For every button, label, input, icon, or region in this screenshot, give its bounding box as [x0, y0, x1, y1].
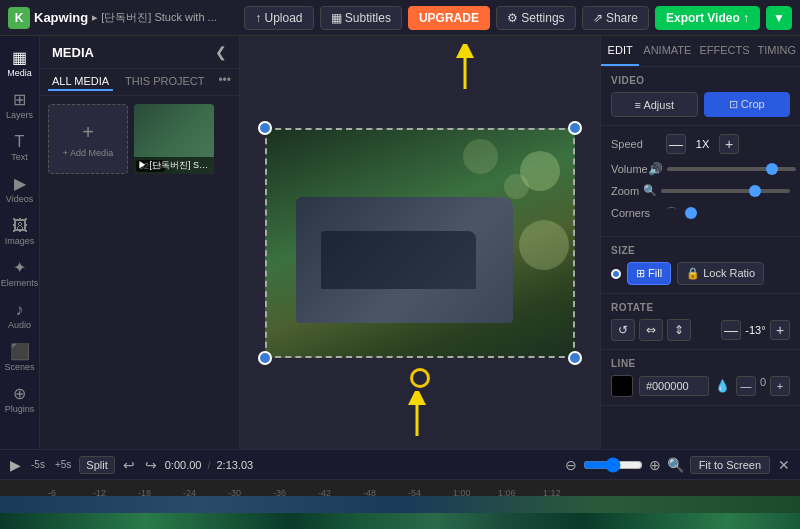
split-button[interactable]: Split: [79, 456, 114, 474]
fwd5-button[interactable]: +5s: [53, 457, 73, 472]
color-swatch[interactable]: [611, 375, 633, 397]
sidebar-label-text: Text: [11, 152, 28, 162]
zoom-control: 🔍: [643, 184, 790, 197]
ruler-mark-5: -30: [228, 488, 241, 496]
flip-h-button[interactable]: ⇔: [639, 319, 663, 341]
size-controls: ⊞ Fill 🔒 Lock Ratio: [611, 262, 790, 285]
sidebar-label-layers: Layers: [6, 110, 33, 120]
zoom-row: Zoom 🔍: [611, 184, 790, 197]
size-dot: [611, 269, 621, 279]
speed-decrease-button[interactable]: —: [666, 134, 686, 154]
rotate-increase-button[interactable]: +: [770, 320, 790, 340]
sidebar-item-elements[interactable]: ✦ Elements: [0, 254, 39, 294]
timeline-search-button[interactable]: 🔍: [667, 457, 684, 473]
fill-button[interactable]: ⊞ Fill: [627, 262, 671, 285]
sidebar-item-plugins[interactable]: ⊕ Plugins: [0, 380, 39, 420]
timeline: ▶ -5s +5s Split ↩ ↪ 0:00.00 / 2:13.03 ⊖ …: [0, 449, 800, 529]
export-button[interactable]: Export Video ↑: [655, 6, 760, 30]
timeline-zoom-out-button[interactable]: ⊖: [565, 457, 577, 473]
sidebar-label-audio: Audio: [8, 320, 31, 330]
timeline-close-button[interactable]: ✕: [776, 455, 792, 475]
opacity-decrease-button[interactable]: —: [736, 376, 756, 396]
zoom-slider[interactable]: [661, 189, 790, 193]
sidebar-item-layers[interactable]: ⊞ Layers: [0, 86, 39, 126]
flip-v-button[interactable]: ⇕: [667, 319, 691, 341]
tab-all-media[interactable]: ALL MEDIA: [48, 73, 113, 91]
timeline-zoom-in-button[interactable]: ⊕: [649, 457, 661, 473]
sidebar-item-scenes[interactable]: ⬛ Scenes: [0, 338, 39, 378]
media-more-button[interactable]: •••: [218, 73, 231, 91]
sidebar: ▦ Media ⊞ Layers T Text ▶ Videos 🖼 Image…: [0, 36, 40, 449]
tab-edit[interactable]: EDIT: [601, 36, 639, 66]
tab-this-project[interactable]: THIS PROJECT: [121, 73, 208, 91]
subtitles-button[interactable]: ▦ Subtitles: [320, 6, 402, 30]
volume-slider[interactable]: [667, 167, 796, 171]
speed-increase-button[interactable]: +: [719, 134, 739, 154]
handle-top-left[interactable]: [258, 121, 272, 135]
adjust-button[interactable]: ≡ Adjust: [611, 92, 698, 117]
corners-control: ⌒: [666, 205, 790, 220]
sidebar-item-media[interactable]: ▦ Media: [0, 44, 39, 84]
export-dropdown-button[interactable]: ▼: [766, 6, 792, 30]
app-name: Kapwing: [34, 10, 88, 25]
canvas[interactable]: [265, 128, 575, 358]
lock-ratio-button[interactable]: 🔒 Lock Ratio: [677, 262, 764, 285]
fit-to-screen-button[interactable]: Fit to Screen: [690, 456, 770, 474]
layers-icon: ⊞: [13, 92, 26, 108]
sidebar-item-videos[interactable]: ▶ Videos: [0, 170, 39, 210]
timeline-track[interactable]: [0, 496, 800, 529]
settings-button[interactable]: ⚙ Settings: [496, 6, 576, 30]
undo-button[interactable]: ↩: [121, 455, 137, 475]
speed-label: Speed: [611, 138, 666, 150]
ruler-mark-2: -12: [93, 488, 106, 496]
crop-button[interactable]: ⊡ Crop: [704, 92, 791, 117]
sidebar-item-images[interactable]: 🖼 Images: [0, 212, 39, 252]
add-media-button[interactable]: + + Add Media: [48, 104, 128, 174]
images-icon: 🖼: [12, 218, 28, 234]
zoom-icon: 🔍: [643, 184, 657, 197]
opacity-controls: — 0 +: [736, 376, 790, 396]
redo-button[interactable]: ↪: [143, 455, 159, 475]
tab-timing[interactable]: TIMING: [754, 36, 801, 66]
speed-control: — 1X +: [666, 134, 790, 154]
back5-button[interactable]: -5s: [29, 457, 47, 472]
handle-bottom-left[interactable]: [258, 351, 272, 365]
media-tabs: ALL MEDIA THIS PROJECT •••: [40, 69, 239, 96]
line-section-label: LINE: [611, 358, 790, 369]
handle-center-bottom[interactable]: [410, 368, 430, 388]
corners-dot: [685, 207, 697, 219]
rotate-ccw-button[interactable]: ↺: [611, 319, 635, 341]
ruler-mark-11: 1:06: [498, 488, 516, 496]
color-hex-input[interactable]: [639, 376, 709, 396]
upload-button[interactable]: ↑ Upload: [244, 6, 313, 30]
ruler-mark-6: -36: [273, 488, 286, 496]
right-panel: EDIT ANIMATE EFFECTS TIMING VIDEO ≡ Adju…: [600, 36, 800, 449]
timeline-zoom-slider[interactable]: [583, 457, 643, 473]
sidebar-label-videos: Videos: [6, 194, 33, 204]
kapwing-logo-icon: K: [8, 7, 30, 29]
audio-icon: ♪: [16, 302, 24, 318]
media-thumbnail[interactable]: 02:13 ▶ [단독버진] Stuck...: [134, 104, 214, 174]
right-panel-tabs: EDIT ANIMATE EFFECTS TIMING: [601, 36, 800, 67]
tab-effects[interactable]: EFFECTS: [695, 36, 753, 66]
share-button[interactable]: ⇗ Share: [582, 6, 649, 30]
media-content: + + Add Media 02:13 ▶ [단독버진] Stuck...: [40, 96, 239, 449]
sidebar-label-scenes: Scenes: [4, 362, 34, 372]
ruler-mark-7: -42: [318, 488, 331, 496]
sidebar-item-text[interactable]: T Text: [0, 128, 39, 168]
timeline-controls: ▶ -5s +5s Split ↩ ↪ 0:00.00 / 2:13.03 ⊖ …: [0, 450, 800, 480]
current-time: 0:00.00: [165, 459, 202, 471]
media-panel-collapse-button[interactable]: ❮: [215, 44, 227, 60]
line-section: LINE 💧 — 0 +: [601, 350, 800, 406]
handle-bottom-right[interactable]: [568, 351, 582, 365]
tab-animate[interactable]: ANIMATE: [639, 36, 695, 66]
handle-top-right[interactable]: [568, 121, 582, 135]
speed-row: Speed — 1X +: [611, 134, 790, 154]
upgrade-button[interactable]: UPGRADE: [408, 6, 490, 30]
rotate-decrease-button[interactable]: —: [721, 320, 741, 340]
timeline-ruler: -6 -12 -18 -24 -30 -36 -42 -48 -54 1:00 …: [0, 480, 800, 496]
eyedropper-icon[interactable]: 💧: [715, 379, 730, 393]
sidebar-item-audio[interactable]: ♪ Audio: [0, 296, 39, 336]
opacity-increase-button[interactable]: +: [770, 376, 790, 396]
play-button[interactable]: ▶: [8, 455, 23, 475]
